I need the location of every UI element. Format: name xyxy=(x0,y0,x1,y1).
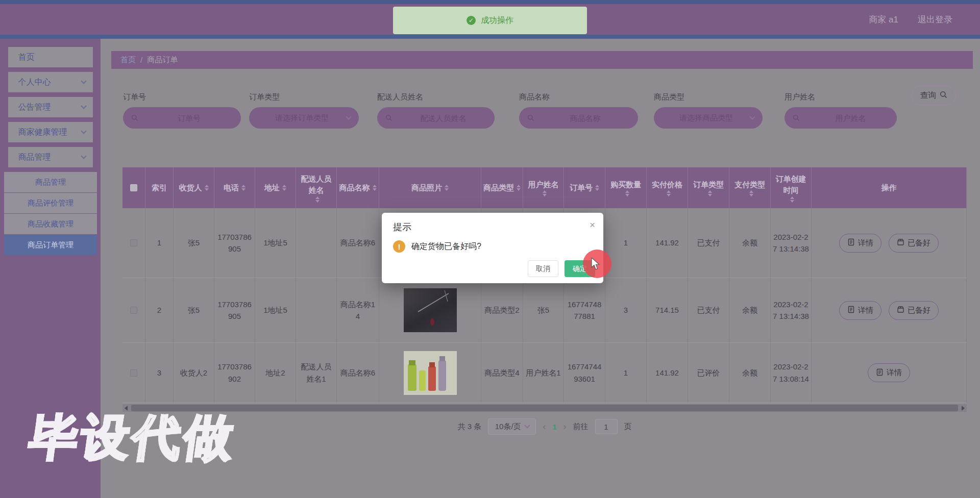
sort-caret-icon[interactable] xyxy=(543,190,547,196)
courier-name-input[interactable] xyxy=(393,114,494,122)
cell-index: 3 xyxy=(145,343,174,403)
column-label: 商品类型 xyxy=(483,182,514,194)
next-page-button[interactable]: › xyxy=(564,422,567,431)
sort-caret-icon[interactable] xyxy=(625,190,629,196)
product-type-select[interactable]: 请选择商品类型 xyxy=(654,107,763,129)
sort-caret-icon[interactable] xyxy=(667,190,671,196)
row-checkbox[interactable] xyxy=(130,307,137,314)
search-button-label: 查询 xyxy=(920,90,937,101)
sort-caret-icon[interactable] xyxy=(517,185,521,191)
filter-input-pill xyxy=(519,107,638,129)
column-header-product_type[interactable]: 商品类型 xyxy=(481,167,523,208)
sort-caret-icon[interactable] xyxy=(315,196,320,203)
header-links: 商家 a1 退出登录 xyxy=(869,4,952,35)
order-type-select[interactable]: 请选择订单类型 xyxy=(249,107,359,129)
column-header-receiver[interactable]: 收货人 xyxy=(174,167,214,208)
box-icon xyxy=(897,306,904,315)
cell-index: 1 xyxy=(145,208,174,278)
row-checkbox[interactable] xyxy=(130,239,137,246)
column-header-address[interactable]: 地址 xyxy=(255,167,296,208)
dialog-message: 确定货物已备好吗? xyxy=(411,241,481,252)
sidebar-subitem-product-favorite-mgmt[interactable]: 商品收藏管理 xyxy=(4,214,97,234)
column-header-price[interactable]: 实付价格 xyxy=(647,167,688,208)
horizontal-scrollbar[interactable] xyxy=(122,404,967,412)
column-header-quantity[interactable]: 购买数量 xyxy=(605,167,647,208)
sidebar-item-product-mgmt[interactable]: 商品管理 xyxy=(8,147,93,167)
sort-caret-icon[interactable] xyxy=(373,185,377,191)
sidebar-item-personal-center[interactable]: 个人中心 xyxy=(8,72,93,92)
cancel-button[interactable]: 取消 xyxy=(528,260,558,277)
filter-courier-name: 配送人员姓名 xyxy=(377,87,495,129)
sort-caret-icon[interactable] xyxy=(708,190,712,196)
sort-caret-icon[interactable] xyxy=(282,185,286,191)
prepared-button[interactable]: 已备好 xyxy=(889,301,939,320)
current-page[interactable]: 1 xyxy=(552,422,556,431)
sort-caret-icon[interactable] xyxy=(749,190,753,196)
column-header-user_name[interactable]: 用户姓名 xyxy=(523,167,564,208)
row-select-cell xyxy=(122,278,145,342)
row-checkbox[interactable] xyxy=(130,369,137,377)
goto-suffix: 页 xyxy=(624,422,632,432)
select-placeholder: 请选择商品类型 xyxy=(662,113,750,123)
filter-input-pill xyxy=(123,107,241,129)
page-size-select[interactable]: 10条/页 xyxy=(488,418,536,435)
logout-link[interactable]: 退出登录 xyxy=(918,14,952,26)
cell-phone: 17703786902 xyxy=(214,343,255,403)
user-name-input[interactable] xyxy=(800,114,901,122)
prepared-button[interactable]: 已备好 xyxy=(889,234,939,253)
scroll-right-icon[interactable] xyxy=(962,406,965,411)
order-no-input[interactable] xyxy=(138,114,240,122)
sort-caret-icon[interactable] xyxy=(445,185,449,191)
column-header-courier[interactable]: 配送人员姓名 xyxy=(296,167,337,208)
column-header-order_no[interactable]: 订单号 xyxy=(564,167,605,208)
chevron-down-icon xyxy=(81,128,86,134)
cell-quantity: 1 xyxy=(605,343,647,403)
dialog-body: ! 确定货物已备好吗? xyxy=(393,240,481,253)
sidebar-item-home[interactable]: 首页 xyxy=(8,47,93,67)
cell-quantity: 1 xyxy=(605,208,647,278)
column-label: 操作 xyxy=(881,182,897,194)
sort-caret-icon[interactable] xyxy=(790,196,794,203)
select-all-checkbox[interactable] xyxy=(130,184,137,191)
column-header-index[interactable]: 索引 xyxy=(145,167,174,208)
detail-button[interactable]: 详情 xyxy=(839,301,881,320)
sidebar-submenu: 商品管理商品评价管理商品收藏管理商品订单管理 xyxy=(4,172,97,255)
search-icon xyxy=(793,114,800,121)
filters-row: 订单号订单类型请选择订单类型配送人员姓名商品名称商品类型请选择商品类型用户姓名 xyxy=(101,39,980,136)
close-icon[interactable]: × xyxy=(590,220,595,230)
column-label: 实付价格 xyxy=(652,179,682,191)
sidebar-item-merchant-health-mgmt[interactable]: 商家健康管理 xyxy=(8,122,93,142)
goto-page-input[interactable] xyxy=(595,419,618,434)
sidebar-item-label: 个人中心 xyxy=(18,77,51,88)
box-icon xyxy=(897,238,904,247)
filter-input-pill xyxy=(377,107,495,129)
scrollbar-thumb[interactable] xyxy=(131,405,958,411)
product-name-input[interactable] xyxy=(534,114,636,122)
column-header-phone[interactable]: 电话 xyxy=(214,167,255,208)
prev-page-button[interactable]: ‹ xyxy=(543,422,546,431)
column-header-pay_type[interactable]: 支付类型 xyxy=(729,167,771,208)
sidebar-item-notice-mgmt[interactable]: 公告管理 xyxy=(8,97,93,117)
sidebar-subitem-product-mgmt-sub[interactable]: 商品管理 xyxy=(4,172,97,192)
sort-caret-icon[interactable] xyxy=(241,185,246,191)
detail-button[interactable]: 详情 xyxy=(868,363,910,382)
column-header-created[interactable]: 订单创建时间 xyxy=(771,167,812,208)
filter-label: 商品类型 xyxy=(654,87,763,107)
column-header-actions[interactable]: 操作 xyxy=(812,167,967,208)
sort-caret-icon[interactable] xyxy=(205,185,209,191)
dark-hairpin-photo xyxy=(404,288,457,332)
chevron-down-icon xyxy=(524,422,530,428)
watermark-text: 毕设代做 xyxy=(25,406,240,471)
sort-caret-icon[interactable] xyxy=(595,185,599,191)
column-header-photo[interactable]: 商品照片 xyxy=(379,167,481,208)
sidebar-subitem-product-review-mgmt[interactable]: 商品评价管理 xyxy=(4,193,97,213)
column-label: 订单号 xyxy=(570,182,593,194)
detail-button[interactable]: 详情 xyxy=(839,234,881,253)
cell-photo xyxy=(379,343,481,403)
cell-courier xyxy=(296,208,337,278)
search-button[interactable]: 查询 xyxy=(911,86,956,105)
column-header-order_type[interactable]: 订单类型 xyxy=(688,167,729,208)
sidebar-subitem-product-order-mgmt[interactable]: 商品订单管理 xyxy=(4,235,97,255)
column-header-product_name[interactable]: 商品名称 xyxy=(337,167,379,208)
column-label: 购买数量 xyxy=(610,179,641,191)
